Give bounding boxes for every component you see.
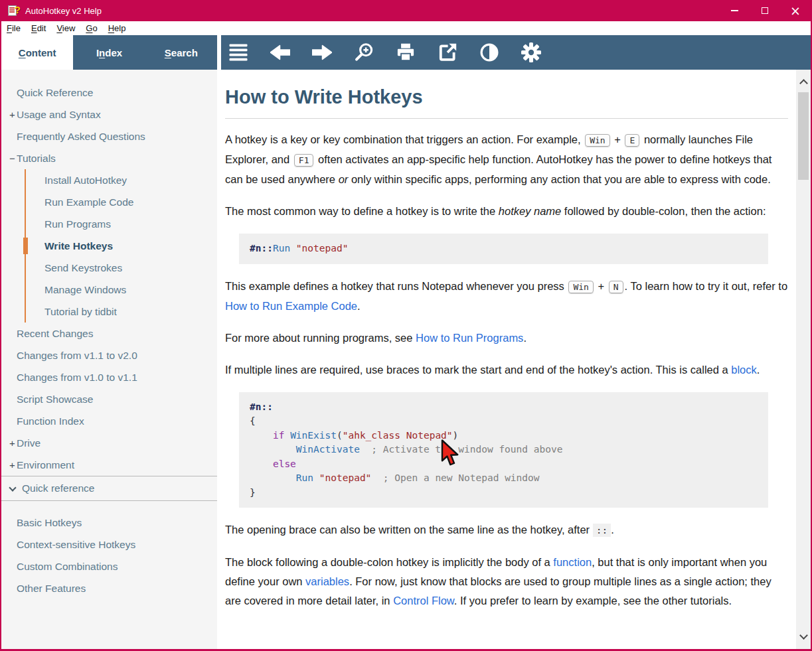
text-run: .: [757, 364, 760, 376]
tab[interactable]: Content: [1, 35, 73, 70]
tab-label: Content: [19, 47, 56, 58]
forward-icon[interactable]: [312, 42, 332, 62]
text-run: only within specific apps, performing an…: [348, 173, 771, 185]
expand-glyph: −: [1, 153, 17, 164]
code-line: if WinExist("ahk_class Notepad"): [250, 429, 758, 443]
menu-bar: File Edit View Go Help: [1, 21, 811, 35]
toc-item[interactable]: Quick Reference: [1, 82, 217, 104]
paragraph-7: The block following a double-colon hotke…: [225, 553, 788, 611]
toc-item[interactable]: Other Features: [1, 577, 217, 599]
text-run: The most common way to define a hotkey i…: [225, 205, 499, 217]
page-title: How to Write Hotkeys: [225, 84, 788, 109]
zoom-in-icon[interactable]: [354, 42, 374, 62]
content-link[interactable]: How to Run Example Code: [225, 300, 357, 312]
text-run: If multiple lines are required, use brac…: [225, 364, 731, 376]
menu-item[interactable]: Go: [80, 23, 102, 33]
close-button[interactable]: ×: [780, 0, 811, 21]
text-run: +: [595, 280, 608, 292]
code-line: WinActivate ; Activate the window found …: [250, 443, 758, 457]
maximize-icon: [762, 7, 768, 14]
toc-item[interactable]: Function Index: [1, 410, 217, 432]
content-link[interactable]: Control Flow: [393, 595, 454, 607]
toc-item[interactable]: Changes from v1.0 to v1.1: [1, 366, 217, 388]
toc-item-label: Write Hotkeys: [44, 240, 113, 252]
app-icon: ?: [7, 5, 19, 17]
toc-item[interactable]: Manage Windows: [26, 279, 217, 301]
scrollbar-thumb[interactable]: [798, 92, 809, 180]
text-run: . If you prefer to learn by example, see…: [454, 595, 732, 607]
quick-reference-toggle[interactable]: Quick reference: [1, 476, 217, 500]
vertical-scrollbar[interactable]: [796, 70, 811, 649]
toc-item[interactable]: +Usage and Syntax: [1, 104, 217, 125]
text-run: The opening brace can also be written on…: [225, 524, 593, 536]
toc-item[interactable]: Script Showcase: [1, 388, 217, 410]
toc-item-label: Send Keystrokes: [44, 262, 122, 274]
code-line: {: [250, 414, 758, 429]
toc-item-label: Recent Changes: [17, 328, 93, 340]
text-run: +: [611, 133, 624, 145]
minimize-button[interactable]: [719, 0, 750, 21]
toc-item-label: Frequently Asked Questions: [17, 131, 145, 143]
menu-item[interactable]: File: [1, 23, 26, 33]
code-line: #n::Run "notepad": [250, 242, 758, 256]
tab[interactable]: Search: [145, 35, 217, 70]
kbd-key: E: [625, 134, 639, 147]
print-icon[interactable]: [396, 42, 416, 62]
text-run: .: [523, 332, 527, 344]
toc-item[interactable]: Context-sensitive Hotkeys: [1, 534, 217, 555]
toc-item[interactable]: Write Hotkeys: [26, 235, 217, 257]
toc-item[interactable]: +Drive: [1, 432, 217, 454]
toolbar: [221, 35, 811, 70]
scroll-down-icon[interactable]: [799, 631, 808, 640]
toc-item[interactable]: Custom Combinations: [1, 555, 217, 577]
scroll-up-icon[interactable]: [799, 79, 808, 88]
toc-item[interactable]: Recent Changes: [1, 323, 217, 344]
quick-reference-label: Quick reference: [22, 482, 94, 494]
text-run: The block following a double-colon hotke…: [225, 556, 553, 568]
paragraph-4: For more about running programs, see How…: [225, 328, 788, 348]
window-controls: ×: [719, 0, 811, 21]
content-link[interactable]: variables: [305, 575, 349, 587]
close-icon: ×: [790, 5, 801, 17]
kbd-key: F1: [294, 154, 314, 167]
content-link[interactable]: How to Run Programs: [416, 332, 523, 344]
toc-item-label: Quick Reference: [17, 87, 93, 99]
settings-icon[interactable]: [521, 42, 541, 62]
tab-label: Index: [96, 47, 122, 58]
menu-item[interactable]: View: [51, 23, 80, 33]
text-run: .: [357, 300, 361, 312]
toc-item[interactable]: −Tutorials: [1, 147, 217, 169]
toc-item-label: Run Programs: [44, 218, 111, 230]
toc-item-label: Basic Hotkeys: [17, 517, 82, 529]
toc-item[interactable]: Frequently Asked Questions: [1, 125, 217, 147]
toc-item-label: Context-sensitive Hotkeys: [17, 539, 135, 551]
text-run: . To learn how to try it out, refer to: [625, 280, 787, 292]
menu-item[interactable]: Edit: [26, 23, 51, 33]
text-run: A hotkey is a key or key combination tha…: [225, 133, 584, 145]
paragraph-6: The opening brace can also be written on…: [225, 520, 788, 540]
toc-item[interactable]: Basic Hotkeys: [1, 512, 217, 534]
toc-item[interactable]: +Environment: [1, 454, 217, 476]
open-in-browser-icon[interactable]: [438, 42, 457, 62]
contrast-icon[interactable]: [479, 42, 499, 62]
toc-item[interactable]: Install AutoHotkey: [26, 169, 217, 191]
app-icon-question: ?: [15, 4, 21, 16]
paragraph-5: If multiple lines are required, use brac…: [225, 360, 788, 380]
toc-item[interactable]: Send Keystrokes: [26, 257, 217, 279]
toc-item[interactable]: Changes from v1.1 to v2.0: [1, 344, 217, 366]
paragraph-1: A hotkey is a key or key combination tha…: [225, 130, 788, 189]
toc-item[interactable]: Run Example Code: [26, 191, 217, 213]
toc-item-label: Tutorial by tidbit: [44, 306, 117, 318]
maximize-button[interactable]: [750, 0, 780, 21]
toc-item[interactable]: Tutorial by tidbit: [26, 301, 217, 323]
content-link[interactable]: block: [731, 364, 757, 376]
text-run: .: [611, 524, 614, 536]
back-icon[interactable]: [270, 42, 290, 62]
minimize-icon: [731, 10, 738, 11]
toc-item[interactable]: Run Programs: [26, 213, 217, 235]
menu-item[interactable]: Help: [103, 23, 131, 33]
menu-icon[interactable]: [228, 42, 248, 62]
tab[interactable]: Index: [73, 35, 145, 70]
toc-item-label: Other Features: [17, 583, 86, 595]
content-link[interactable]: function: [553, 556, 592, 568]
